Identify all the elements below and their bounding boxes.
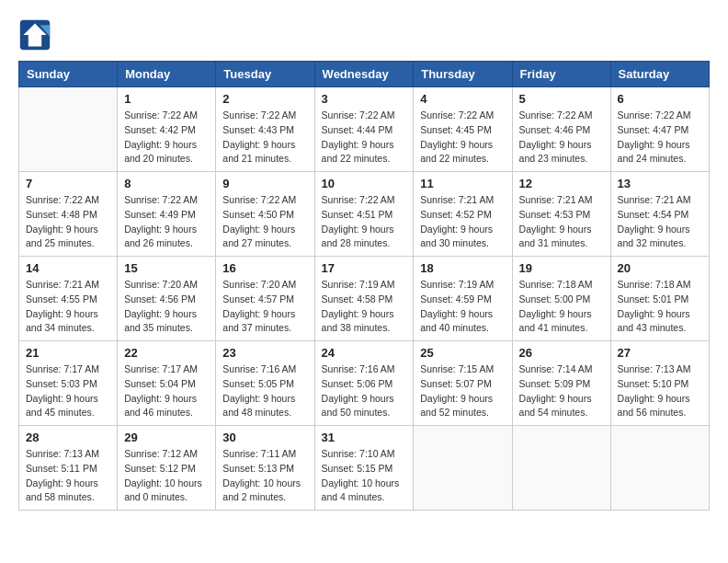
calendar-cell: 20Sunrise: 7:18 AM Sunset: 5:01 PM Dayli… [610, 257, 709, 341]
page-header [18, 18, 710, 52]
calendar-cell: 30Sunrise: 7:11 AM Sunset: 5:13 PM Dayli… [216, 426, 314, 511]
day-number: 3 [322, 92, 407, 106]
calendar-cell: 1Sunrise: 7:22 AM Sunset: 4:42 PM Daylig… [118, 87, 216, 172]
day-number: 28 [26, 431, 110, 444]
day-info: Sunrise: 7:22 AM Sunset: 4:47 PM Dayligh… [618, 109, 702, 167]
day-number: 31 [322, 431, 407, 444]
calendar-cell: 17Sunrise: 7:19 AM Sunset: 4:58 PM Dayli… [314, 257, 414, 341]
day-number: 29 [124, 431, 209, 444]
day-info: Sunrise: 7:16 AM Sunset: 5:05 PM Dayligh… [222, 362, 307, 420]
day-number: 11 [420, 177, 505, 190]
day-info: Sunrise: 7:22 AM Sunset: 4:49 PM Dayligh… [124, 193, 209, 251]
day-number: 27 [618, 346, 702, 360]
day-info: Sunrise: 7:10 AM Sunset: 5:15 PM Dayligh… [322, 447, 407, 505]
calendar-week-row: 21Sunrise: 7:17 AM Sunset: 5:03 PM Dayli… [19, 341, 710, 426]
day-of-week-header: Friday [512, 62, 610, 87]
day-number: 15 [124, 261, 209, 275]
calendar-cell [610, 426, 709, 511]
day-number: 6 [618, 92, 702, 106]
day-number: 1 [124, 92, 209, 106]
day-number: 12 [519, 177, 604, 190]
day-number: 25 [420, 346, 505, 360]
calendar-cell: 6Sunrise: 7:22 AM Sunset: 4:47 PM Daylig… [610, 87, 709, 172]
calendar-cell: 2Sunrise: 7:22 AM Sunset: 4:43 PM Daylig… [216, 87, 314, 172]
calendar-cell: 13Sunrise: 7:21 AM Sunset: 4:54 PM Dayli… [610, 172, 709, 257]
logo-icon [18, 18, 51, 52]
calendar-cell: 27Sunrise: 7:13 AM Sunset: 5:10 PM Dayli… [610, 341, 709, 426]
calendar-cell: 14Sunrise: 7:21 AM Sunset: 4:55 PM Dayli… [19, 257, 118, 341]
day-of-week-header: Tuesday [216, 62, 314, 87]
day-info: Sunrise: 7:21 AM Sunset: 4:55 PM Dayligh… [26, 278, 110, 336]
calendar-cell [512, 426, 610, 511]
calendar-cell: 23Sunrise: 7:16 AM Sunset: 5:05 PM Dayli… [216, 341, 314, 426]
day-number: 20 [618, 261, 702, 275]
calendar-cell [414, 426, 512, 511]
day-number: 18 [420, 261, 505, 275]
day-info: Sunrise: 7:22 AM Sunset: 4:44 PM Dayligh… [322, 109, 407, 167]
day-info: Sunrise: 7:18 AM Sunset: 5:01 PM Dayligh… [618, 278, 702, 336]
day-number: 4 [420, 92, 505, 106]
day-info: Sunrise: 7:20 AM Sunset: 4:56 PM Dayligh… [124, 278, 209, 336]
day-info: Sunrise: 7:13 AM Sunset: 5:11 PM Dayligh… [26, 447, 110, 505]
day-of-week-header: Wednesday [314, 62, 414, 87]
day-info: Sunrise: 7:22 AM Sunset: 4:45 PM Dayligh… [420, 109, 505, 167]
calendar-cell: 25Sunrise: 7:15 AM Sunset: 5:07 PM Dayli… [414, 341, 512, 426]
day-info: Sunrise: 7:22 AM Sunset: 4:42 PM Dayligh… [124, 109, 209, 167]
calendar-week-row: 7Sunrise: 7:22 AM Sunset: 4:48 PM Daylig… [19, 172, 710, 257]
day-number: 16 [222, 261, 307, 275]
calendar-cell: 4Sunrise: 7:22 AM Sunset: 4:45 PM Daylig… [414, 87, 512, 172]
day-info: Sunrise: 7:15 AM Sunset: 5:07 PM Dayligh… [420, 362, 505, 420]
day-number: 14 [26, 261, 110, 275]
day-info: Sunrise: 7:18 AM Sunset: 5:00 PM Dayligh… [519, 278, 604, 336]
calendar-cell: 15Sunrise: 7:20 AM Sunset: 4:56 PM Dayli… [118, 257, 216, 341]
calendar-page: SundayMondayTuesdayWednesdayThursdayFrid… [0, 0, 728, 520]
day-info: Sunrise: 7:19 AM Sunset: 4:58 PM Dayligh… [322, 278, 407, 336]
calendar-header-row: SundayMondayTuesdayWednesdayThursdayFrid… [19, 62, 710, 87]
calendar-cell: 10Sunrise: 7:22 AM Sunset: 4:51 PM Dayli… [314, 172, 414, 257]
calendar-table: SundayMondayTuesdayWednesdayThursdayFrid… [18, 61, 710, 511]
calendar-cell: 21Sunrise: 7:17 AM Sunset: 5:03 PM Dayli… [19, 341, 118, 426]
calendar-cell: 26Sunrise: 7:14 AM Sunset: 5:09 PM Dayli… [512, 341, 610, 426]
day-number: 10 [322, 177, 407, 190]
day-info: Sunrise: 7:22 AM Sunset: 4:43 PM Dayligh… [222, 109, 307, 167]
day-number: 2 [222, 92, 307, 106]
day-info: Sunrise: 7:20 AM Sunset: 4:57 PM Dayligh… [222, 278, 307, 336]
day-info: Sunrise: 7:21 AM Sunset: 4:53 PM Dayligh… [519, 193, 604, 251]
calendar-week-row: 14Sunrise: 7:21 AM Sunset: 4:55 PM Dayli… [19, 257, 710, 341]
calendar-cell: 31Sunrise: 7:10 AM Sunset: 5:15 PM Dayli… [314, 426, 414, 511]
calendar-cell: 7Sunrise: 7:22 AM Sunset: 4:48 PM Daylig… [19, 172, 118, 257]
calendar-cell: 12Sunrise: 7:21 AM Sunset: 4:53 PM Dayli… [512, 172, 610, 257]
day-number: 23 [222, 346, 307, 360]
day-number: 30 [222, 431, 307, 444]
day-info: Sunrise: 7:16 AM Sunset: 5:06 PM Dayligh… [322, 362, 407, 420]
calendar-cell: 3Sunrise: 7:22 AM Sunset: 4:44 PM Daylig… [314, 87, 414, 172]
day-number: 7 [26, 177, 110, 190]
day-info: Sunrise: 7:11 AM Sunset: 5:13 PM Dayligh… [222, 447, 307, 505]
calendar-cell: 11Sunrise: 7:21 AM Sunset: 4:52 PM Dayli… [414, 172, 512, 257]
day-info: Sunrise: 7:22 AM Sunset: 4:51 PM Dayligh… [322, 193, 407, 251]
day-info: Sunrise: 7:17 AM Sunset: 5:04 PM Dayligh… [124, 362, 209, 420]
calendar-week-row: 1Sunrise: 7:22 AM Sunset: 4:42 PM Daylig… [19, 87, 710, 172]
day-info: Sunrise: 7:14 AM Sunset: 5:09 PM Dayligh… [519, 362, 604, 420]
day-info: Sunrise: 7:21 AM Sunset: 4:54 PM Dayligh… [618, 193, 702, 251]
calendar-cell: 22Sunrise: 7:17 AM Sunset: 5:04 PM Dayli… [118, 341, 216, 426]
calendar-cell: 24Sunrise: 7:16 AM Sunset: 5:06 PM Dayli… [314, 341, 414, 426]
calendar-cell: 8Sunrise: 7:22 AM Sunset: 4:49 PM Daylig… [118, 172, 216, 257]
day-number: 19 [519, 261, 604, 275]
day-info: Sunrise: 7:22 AM Sunset: 4:48 PM Dayligh… [26, 193, 110, 251]
calendar-week-row: 28Sunrise: 7:13 AM Sunset: 5:11 PM Dayli… [19, 426, 710, 511]
day-info: Sunrise: 7:22 AM Sunset: 4:46 PM Dayligh… [519, 109, 604, 167]
day-of-week-header: Sunday [19, 62, 118, 87]
day-number: 13 [618, 177, 702, 190]
day-info: Sunrise: 7:19 AM Sunset: 4:59 PM Dayligh… [420, 278, 505, 336]
calendar-cell [19, 87, 118, 172]
day-number: 21 [26, 346, 110, 360]
day-number: 17 [322, 261, 407, 275]
calendar-cell: 29Sunrise: 7:12 AM Sunset: 5:12 PM Dayli… [118, 426, 216, 511]
day-number: 9 [222, 177, 307, 190]
day-number: 8 [124, 177, 209, 190]
day-info: Sunrise: 7:12 AM Sunset: 5:12 PM Dayligh… [124, 447, 209, 505]
calendar-cell: 18Sunrise: 7:19 AM Sunset: 4:59 PM Dayli… [414, 257, 512, 341]
day-number: 5 [519, 92, 604, 106]
calendar-cell: 9Sunrise: 7:22 AM Sunset: 4:50 PM Daylig… [216, 172, 314, 257]
